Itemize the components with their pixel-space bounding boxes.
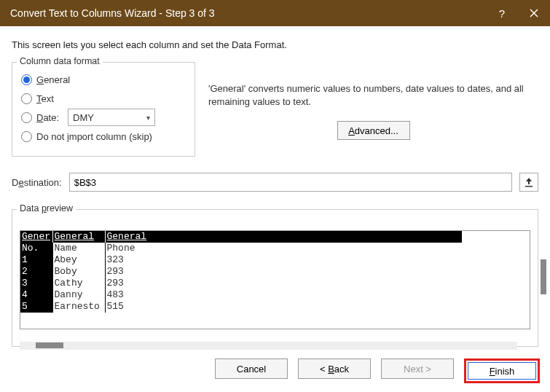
radio-text-row[interactable]: Text bbox=[21, 89, 186, 108]
range-picker-button[interactable] bbox=[519, 173, 538, 192]
table-row: 4Danny483 bbox=[20, 289, 462, 301]
radio-general-row[interactable]: General bbox=[21, 70, 186, 89]
column-data-format-group: Column data format General Text Date: DM… bbox=[12, 62, 195, 157]
date-format-value: DMY bbox=[73, 112, 94, 123]
close-button[interactable] bbox=[518, 0, 550, 26]
table-row: 5Earnesto515 bbox=[20, 301, 462, 313]
svg-rect-2 bbox=[525, 186, 533, 187]
radio-skip-label[interactable]: Do not import column (skip) bbox=[36, 131, 152, 142]
destination-label: Destination: bbox=[12, 177, 62, 188]
preview-table: Gener General General No.NamePhone 1Abey… bbox=[20, 231, 462, 313]
format-description-col: 'General' converts numeric values to num… bbox=[208, 62, 538, 140]
data-preview-group: Data preview Gener General General No.Na… bbox=[12, 209, 538, 347]
radio-skip[interactable] bbox=[21, 131, 32, 142]
radio-date-row[interactable]: Date: DMY ▾ bbox=[21, 108, 186, 127]
chevron-down-icon: ▾ bbox=[146, 114, 150, 122]
preview-wrap: Gener General General No.NamePhone 1Abey… bbox=[20, 230, 530, 329]
vertical-scrollbar[interactable] bbox=[541, 259, 546, 294]
date-format-select[interactable]: DMY ▾ bbox=[68, 109, 155, 126]
scrollbar-thumb[interactable] bbox=[36, 342, 63, 348]
radio-date-label[interactable]: Date: bbox=[36, 112, 59, 123]
next-button: Next > bbox=[381, 358, 454, 379]
table-row: 2Boby293 bbox=[20, 266, 462, 278]
preview-legend: Data preview bbox=[17, 203, 76, 213]
finish-button-highlight: Finish bbox=[464, 358, 540, 383]
help-button[interactable]: ? bbox=[486, 0, 518, 26]
destination-input[interactable] bbox=[69, 173, 512, 192]
preview-header-row: Gener General General bbox=[20, 231, 462, 243]
cancel-button[interactable]: Cancel bbox=[215, 358, 288, 379]
radio-general[interactable] bbox=[21, 74, 32, 85]
table-row: 3Cathy293 bbox=[20, 278, 462, 289]
dialog-title: Convert Text to Columns Wizard - Step 3 … bbox=[10, 7, 486, 19]
preview-col-header[interactable]: Gener bbox=[20, 231, 52, 243]
upper-row: Column data format General Text Date: DM… bbox=[12, 62, 538, 157]
horizontal-scrollbar[interactable] bbox=[20, 342, 517, 350]
radio-general-label[interactable]: General bbox=[36, 74, 70, 85]
radio-text[interactable] bbox=[21, 93, 32, 104]
destination-row: Destination: bbox=[12, 173, 538, 192]
dialog-footer: Cancel < Back Next > Finish bbox=[0, 347, 550, 392]
back-button[interactable]: < Back bbox=[298, 358, 371, 379]
format-legend: Column data format bbox=[17, 56, 103, 66]
advanced-button[interactable]: Advanced... bbox=[337, 121, 410, 140]
radio-skip-row[interactable]: Do not import column (skip) bbox=[21, 127, 186, 146]
finish-button[interactable]: Finish bbox=[468, 362, 536, 380]
preview-col-header[interactable]: General bbox=[52, 231, 105, 243]
preview-col-header[interactable]: General bbox=[105, 231, 462, 243]
dialog-content: This screen lets you select each column … bbox=[0, 26, 550, 347]
table-row: 1Abey323 bbox=[20, 254, 462, 266]
radio-date[interactable] bbox=[21, 112, 32, 123]
dialog-window: Convert Text to Columns Wizard - Step 3 … bbox=[0, 0, 550, 392]
arrow-up-icon bbox=[525, 177, 533, 187]
preview-box[interactable]: Gener General General No.NamePhone 1Abey… bbox=[20, 230, 530, 329]
instruction-text: This screen lets you select each column … bbox=[12, 39, 538, 50]
radio-text-label[interactable]: Text bbox=[36, 93, 54, 104]
format-description: 'General' converts numeric values to num… bbox=[208, 82, 538, 108]
close-icon bbox=[530, 9, 538, 17]
table-row: No.NamePhone bbox=[20, 243, 462, 254]
titlebar: Convert Text to Columns Wizard - Step 3 … bbox=[0, 0, 550, 26]
